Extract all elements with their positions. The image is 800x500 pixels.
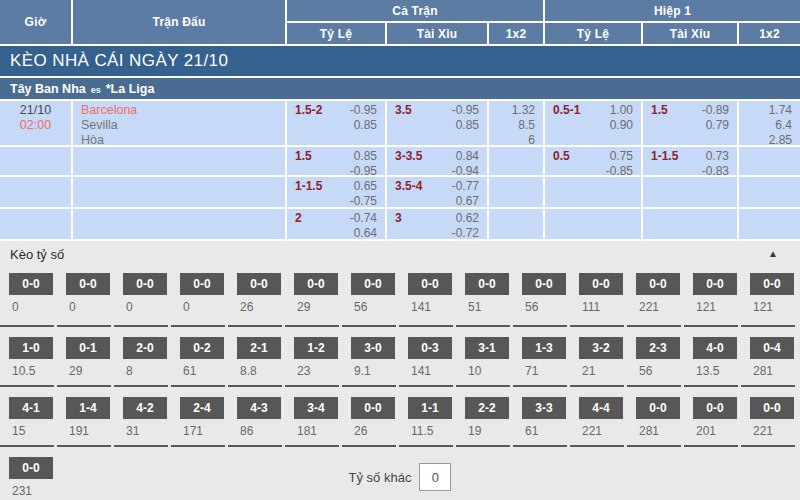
ft-1x2-odds-r1[interactable]: 1.32 8.5 6	[489, 101, 543, 145]
score-odds-cell[interactable]: 0-0221	[627, 265, 681, 325]
score-odds-cell[interactable]: 1-010.5	[0, 325, 54, 385]
score-label[interactable]: 0-0	[750, 397, 794, 419]
score-label[interactable]: 2-3	[636, 337, 680, 359]
h1-1x2-odds-r1[interactable]: 1.74 6.4 2.85	[739, 101, 800, 145]
ft-overunder-odds-r1[interactable]: 3.5 -0.95 0.85	[387, 101, 487, 145]
score-odds-cell[interactable]: 4-013.5	[684, 325, 738, 385]
score-odds-cell[interactable]: 2-4171	[171, 385, 225, 445]
h1-overunder-odds-r2[interactable]: 1-1.5 0.73 -0.83	[643, 147, 737, 175]
score-odds-cell[interactable]: 0-026	[228, 265, 282, 325]
score-label[interactable]: 0-0	[9, 273, 53, 295]
ft-overunder-odds-r2[interactable]: 3-3.5 0.84 -0.94	[387, 147, 487, 175]
score-odds-cell[interactable]: 0-029	[285, 265, 339, 325]
score-odds-cell[interactable]: 2-219	[456, 385, 510, 445]
score-label[interactable]: 4-1	[9, 397, 53, 419]
score-label[interactable]: 0-2	[180, 337, 224, 359]
score-label[interactable]: 0-0	[408, 273, 452, 295]
score-label[interactable]: 0-1	[66, 337, 110, 359]
score-label[interactable]: 0-0	[465, 273, 509, 295]
score-label[interactable]: 0-0	[66, 273, 110, 295]
score-odds-cell[interactable]: 0-0201	[684, 385, 738, 445]
score-odds-cell[interactable]: 3-361	[513, 385, 567, 445]
ft-overunder-odds-r3[interactable]: 3.5-4 -0.77 0.67	[387, 177, 487, 207]
score-label[interactable]: 0-0	[294, 273, 338, 295]
ft-handicap-odds-r2[interactable]: 1.5 0.85 -0.95	[287, 147, 385, 175]
h1-overunder-odds-r1[interactable]: 1.5 -0.89 0.79	[643, 101, 737, 145]
score-odds-cell[interactable]: 1-371	[513, 325, 567, 385]
score-odds-cell[interactable]: 0-00	[114, 265, 168, 325]
score-label[interactable]: 4-3	[237, 397, 281, 419]
home-team[interactable]: Barcelona	[81, 103, 285, 118]
score-odds-cell[interactable]: 0-0121	[741, 265, 795, 325]
score-odds-cell[interactable]: 0-0281	[627, 385, 681, 445]
score-odds-cell[interactable]: 0-4281	[741, 325, 795, 385]
score-label[interactable]: 0-0	[237, 273, 281, 295]
score-label[interactable]: 0-0	[351, 273, 395, 295]
score-odds-cell[interactable]: 0-00	[171, 265, 225, 325]
score-label[interactable]: 1-0	[9, 337, 53, 359]
score-label[interactable]: 3-3	[522, 397, 566, 419]
other-score-input[interactable]	[419, 463, 451, 491]
score-odds-cell[interactable]: 1-223	[285, 325, 339, 385]
score-odds-cell[interactable]: 3-4181	[285, 385, 339, 445]
score-odds-cell[interactable]: 0-051	[456, 265, 510, 325]
score-odds-cell[interactable]: 0-0121	[684, 265, 738, 325]
score-label[interactable]: 0-3	[408, 337, 452, 359]
score-label[interactable]: 2-4	[180, 397, 224, 419]
score-odds-cell[interactable]: 0-261	[171, 325, 225, 385]
score-odds-cell[interactable]: 3-110	[456, 325, 510, 385]
score-label[interactable]: 0-0	[123, 273, 167, 295]
score-label[interactable]: 3-1	[465, 337, 509, 359]
score-label[interactable]: 3-4	[294, 397, 338, 419]
ft-overunder-odds-r4[interactable]: 3 0.62 -0.72	[387, 209, 487, 239]
score-label[interactable]: 0-0	[351, 397, 395, 419]
score-label[interactable]: 0-0	[693, 273, 737, 295]
score-odds-cell[interactable]: 1-4191	[57, 385, 111, 445]
score-odds-cell[interactable]: 0-129	[57, 325, 111, 385]
score-odds-cell[interactable]: 0-3141	[399, 325, 453, 385]
score-odds-cell[interactable]: 4-4221	[570, 385, 624, 445]
score-odds-cell[interactable]: 0-056	[513, 265, 567, 325]
score-odds-cell[interactable]: 3-221	[570, 325, 624, 385]
score-label[interactable]: 0-0	[180, 273, 224, 295]
score-odds-cell[interactable]: 0-0111	[570, 265, 624, 325]
score-label[interactable]: 1-2	[294, 337, 338, 359]
h1-handicap-odds-r2[interactable]: 0.5 0.75 -0.85	[545, 147, 641, 175]
score-label[interactable]: 0-0	[750, 273, 794, 295]
ft-handicap-odds-r4[interactable]: 2 -0.74 0.64	[287, 209, 385, 239]
score-odds-cell[interactable]: 0-056	[342, 265, 396, 325]
score-label[interactable]: 0-0	[636, 397, 680, 419]
ft-handicap-odds-r3[interactable]: 1-1.5 0.65 -0.75	[287, 177, 385, 207]
score-label[interactable]: 0-4	[750, 337, 794, 359]
score-label[interactable]: 4-4	[579, 397, 623, 419]
score-odds-cell[interactable]: 4-231	[114, 385, 168, 445]
score-label[interactable]: 1-1	[408, 397, 452, 419]
score-label[interactable]: 1-4	[66, 397, 110, 419]
score-odds-cell[interactable]: 2-356	[627, 325, 681, 385]
match-teams-cell[interactable]: Barcelona Sevilla Hòa	[73, 101, 285, 145]
score-odds-cell[interactable]: 0-0221	[741, 385, 795, 445]
score-odds-cell[interactable]: 0-026	[342, 385, 396, 445]
score-odds-cell[interactable]: 1-111.5	[399, 385, 453, 445]
score-label[interactable]: 4-0	[693, 337, 737, 359]
score-label[interactable]: 2-1	[237, 337, 281, 359]
score-odds-cell[interactable]: 0-0141	[399, 265, 453, 325]
score-label[interactable]: 0-0	[693, 397, 737, 419]
h1-handicap-odds-r1[interactable]: 0.5-1 1.00 0.90	[545, 101, 641, 145]
score-odds-cell[interactable]: 2-18.8	[228, 325, 282, 385]
score-odds-cell[interactable]: 0-00	[0, 265, 54, 325]
score-label[interactable]: 2-2	[465, 397, 509, 419]
score-odds-cell[interactable]: 4-386	[228, 385, 282, 445]
score-odds-cell[interactable]: 3-09.1	[342, 325, 396, 385]
ft-handicap-odds-r1[interactable]: 1.5-2 -0.95 0.85	[287, 101, 385, 145]
away-team[interactable]: Sevilla	[81, 118, 285, 133]
league-bar[interactable]: Tây Ban Nha es *La Liga	[0, 78, 800, 99]
score-label[interactable]: 1-3	[522, 337, 566, 359]
score-label[interactable]: 2-0	[123, 337, 167, 359]
score-label[interactable]: 0-0	[579, 273, 623, 295]
score-odds-cell[interactable]: 0-00	[57, 265, 111, 325]
score-odds-cell[interactable]: 4-115	[0, 385, 54, 445]
score-label[interactable]: 0-0	[522, 273, 566, 295]
collapse-arrow-icon[interactable]: ▲	[768, 249, 778, 259]
score-odds-cell[interactable]: 2-08	[114, 325, 168, 385]
